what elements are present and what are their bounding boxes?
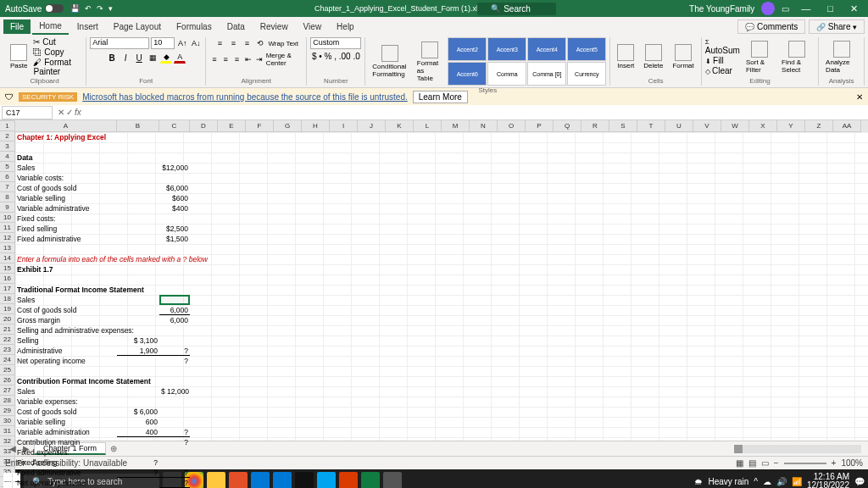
col-header[interactable]: V [693, 120, 721, 132]
style-accent4[interactable]: Accent4 [527, 37, 566, 61]
row-header[interactable]: 26 [0, 375, 15, 385]
warn-close-icon[interactable]: ✕ [856, 92, 863, 102]
cell[interactable]: Enter a formula into each of the cells m… [15, 254, 270, 264]
cell[interactable]: Contribution margin [15, 437, 117, 447]
cell[interactable]: Exhibit 1.7 [15, 264, 117, 274]
save-icon[interactable]: 💾 [70, 4, 80, 13]
security-text[interactable]: Microsoft has blocked macros from runnin… [82, 92, 408, 102]
bold-button[interactable]: B [106, 52, 118, 64]
col-header[interactable]: L [414, 120, 442, 132]
cell[interactable]: ? [159, 437, 190, 447]
row-header[interactable]: 27 [0, 385, 15, 396]
edge-icon[interactable] [273, 472, 292, 488]
cell[interactable]: Fixed administrative [15, 234, 117, 244]
col-header[interactable]: E [218, 120, 246, 132]
cell[interactable]: Net operating income [15, 356, 117, 366]
excel-icon[interactable] [361, 472, 380, 488]
tab-view[interactable]: View [297, 19, 329, 34]
row-header[interactable]: 30 [0, 416, 15, 426]
cell[interactable]: $400 [159, 203, 190, 214]
row-header[interactable]: 19 [0, 304, 15, 314]
col-header[interactable]: H [302, 120, 330, 132]
row-header[interactable]: 3 [0, 141, 15, 152]
col-header[interactable]: S [609, 120, 637, 132]
autosave-toggle[interactable] [45, 4, 64, 13]
fx-icon[interactable]: fx [75, 108, 81, 117]
app-icon-4[interactable] [339, 472, 358, 488]
cell[interactable]: Net operating income [15, 478, 117, 488]
row-header[interactable]: 29 [0, 406, 15, 416]
col-header[interactable]: R [581, 120, 609, 132]
cell[interactable]: Fixed administrative [15, 468, 117, 478]
app-icon-2[interactable] [295, 472, 314, 488]
name-box[interactable] [2, 106, 53, 119]
cell[interactable]: Variable selling [15, 417, 117, 427]
search-box[interactable]: 🔍 Search [477, 3, 556, 15]
onedrive-icon[interactable]: ☁ [763, 477, 771, 486]
cell[interactable]: Fixed selling [15, 224, 117, 234]
style-comma[interactable]: Comma [487, 62, 526, 86]
cell[interactable]: Sales [15, 163, 117, 173]
fill-color-button[interactable]: ◆ [160, 52, 172, 64]
cell[interactable]: Variable administrative [15, 203, 117, 214]
conditional-formatting-button[interactable]: Conditional Formatting [369, 43, 410, 80]
number-buttons[interactable]: $ • % , .00 .0 [312, 52, 360, 61]
row-header[interactable]: 16 [0, 274, 15, 284]
cell[interactable]: Selling [15, 336, 117, 346]
tray-chevron-icon[interactable]: ^ [754, 477, 758, 486]
col-header[interactable]: C [159, 120, 190, 132]
style-accent3[interactable]: Accent3 [487, 37, 526, 61]
col-header[interactable]: O [498, 120, 526, 132]
tab-data[interactable]: Data [220, 19, 252, 34]
indent-inc-icon[interactable]: ⇥ [254, 53, 264, 65]
insert-cells-button[interactable]: Insert [614, 42, 637, 71]
decrease-font-icon[interactable]: A↓ [190, 37, 202, 49]
tab-help[interactable]: Help [330, 19, 361, 34]
zoom-slider[interactable] [784, 463, 826, 464]
settings-icon[interactable] [383, 472, 402, 488]
row-header[interactable]: 8 [0, 192, 15, 202]
cell[interactable]: Contribution Format Income Statement [15, 376, 117, 386]
view-normal-icon[interactable]: ▦ [736, 458, 743, 468]
col-header[interactable]: A [15, 120, 117, 132]
col-header[interactable]: P [526, 120, 554, 132]
notifications-icon[interactable]: 💬 [854, 477, 865, 486]
row-header[interactable]: 24 [0, 355, 15, 365]
analyze-data-button[interactable]: Analyze Data [822, 39, 860, 75]
orientation-icon[interactable]: ⟲ [254, 37, 266, 49]
paste-button[interactable]: Paste [7, 42, 31, 71]
italic-button[interactable]: I [120, 52, 131, 64]
cell[interactable]: $ 3,100 [117, 336, 159, 346]
cell[interactable]: $600 [159, 193, 190, 203]
sort-filter-button[interactable]: Sort & Filter [743, 39, 776, 75]
row-header[interactable]: 23 [0, 345, 15, 355]
row-header[interactable]: 20 [0, 314, 15, 324]
maximize-icon[interactable]: □ [822, 3, 838, 14]
cell[interactable]: Cost of goods sold [15, 407, 117, 417]
row-header[interactable]: 4 [0, 152, 15, 162]
cell[interactable]: Variable selling [15, 193, 117, 203]
underline-button[interactable]: U [133, 52, 145, 64]
row-header[interactable]: 13 [0, 243, 15, 253]
format-as-table-button[interactable]: Format as Table [414, 40, 445, 84]
font-color-button[interactable]: A [174, 52, 186, 64]
cell[interactable]: Sales [15, 295, 117, 305]
col-header[interactable]: N [470, 120, 498, 132]
wrap-text-button[interactable]: Wrap Text [268, 40, 298, 47]
col-header[interactable]: T [637, 120, 665, 132]
col-header[interactable]: X [749, 120, 777, 132]
cell[interactable]: Fixed expenses: [15, 447, 117, 458]
row-header[interactable]: 6 [0, 172, 15, 182]
format-cells-button[interactable]: Format [669, 42, 697, 71]
row-header[interactable]: 11 [0, 223, 15, 233]
align-center-icon[interactable]: ≡ [220, 53, 230, 65]
border-button[interactable]: ▦ [147, 52, 159, 64]
cell[interactable]: Variable administration [15, 427, 117, 437]
col-header[interactable]: D [190, 120, 218, 132]
cell[interactable]: Fixed costs: [15, 214, 117, 224]
row-header[interactable]: 7 [0, 182, 15, 192]
redo-icon[interactable]: ↷ [97, 4, 103, 13]
style-currency[interactable]: Currency [567, 62, 606, 86]
align-right-icon[interactable]: ≡ [232, 53, 242, 65]
col-header[interactable]: G [274, 120, 302, 132]
